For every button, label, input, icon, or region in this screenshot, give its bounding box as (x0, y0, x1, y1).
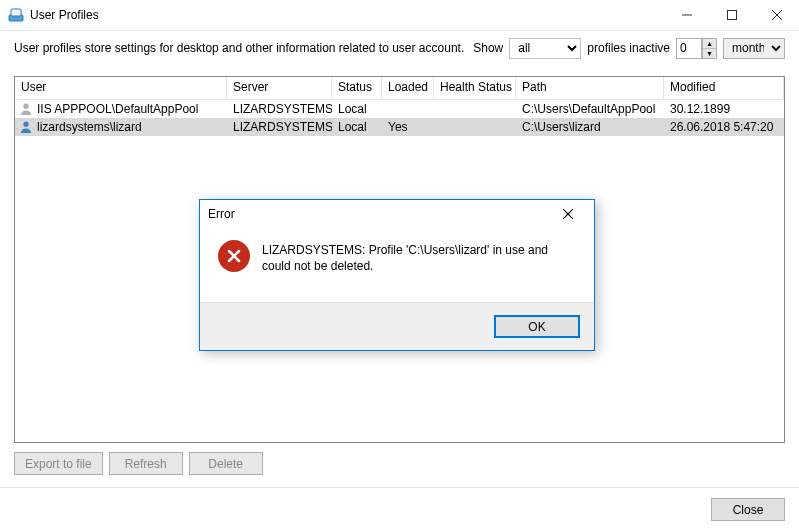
cell-user: lizardsystems\lizard (15, 120, 227, 134)
titlebar: User Profiles (0, 0, 799, 31)
inactive-input[interactable] (676, 38, 702, 59)
cell-server: LIZARDSYSTEMS (227, 102, 332, 116)
dialog-message: LIZARDSYSTEMS: Profile 'C:\Users\lizard'… (262, 240, 576, 294)
dialog-footer: OK (200, 302, 594, 350)
table-row[interactable]: lizardsystems\lizardLIZARDSYSTEMSLocalYe… (15, 118, 784, 136)
refresh-button[interactable]: Refresh (109, 452, 183, 475)
delete-button[interactable]: Delete (189, 452, 263, 475)
dialog-close-button[interactable] (550, 202, 586, 226)
close-button[interactable]: Close (711, 498, 785, 521)
spinner-buttons[interactable]: ▲ ▼ (702, 38, 717, 59)
svg-rect-1 (11, 9, 21, 16)
cell-user-text: lizardsystems\lizard (37, 120, 142, 134)
table-header: User Server Status Loaded Health Status … (15, 77, 784, 100)
window-controls (664, 1, 799, 30)
user-icon-blue (19, 120, 33, 134)
description-text: User profiles store settings for desktop… (14, 41, 464, 55)
cell-status: Local (332, 102, 382, 116)
cell-user-text: IIS APPPOOL\DefaultAppPool (37, 102, 198, 116)
dialog-ok-button[interactable]: OK (494, 315, 580, 338)
dialog-titlebar: Error (200, 200, 594, 228)
column-health[interactable]: Health Status (434, 77, 516, 100)
footer-divider (0, 487, 799, 488)
cell-server: LIZARDSYSTEMS (227, 120, 332, 134)
inactive-spinner[interactable]: ▲ ▼ (676, 38, 717, 59)
maximize-button[interactable] (709, 1, 754, 30)
svg-rect-3 (727, 11, 736, 20)
show-label: Show (473, 41, 503, 55)
svg-point-6 (23, 104, 28, 109)
error-icon (218, 240, 250, 272)
dialog-title: Error (208, 207, 235, 221)
window-title: User Profiles (30, 8, 99, 22)
action-button-row: Export to file Refresh Delete (14, 452, 263, 475)
filter-bar: User profiles store settings for desktop… (0, 31, 799, 65)
cell-path: C:\Users\DefaultAppPool (516, 102, 664, 116)
close-window-button[interactable] (754, 1, 799, 30)
user-icon-grey (19, 102, 33, 116)
spinner-down-icon[interactable]: ▼ (703, 48, 716, 58)
cell-modified: 30.12.1899 (664, 102, 784, 116)
column-user[interactable]: User (15, 77, 227, 100)
cell-status: Local (332, 120, 382, 134)
error-dialog: Error LIZARDSYSTEMS: Profile 'C:\Users\l… (199, 199, 595, 351)
inactive-label: profiles inactive (587, 41, 670, 55)
svg-point-7 (23, 122, 28, 127)
show-select[interactable]: all (509, 38, 581, 59)
column-path[interactable]: Path (516, 77, 664, 100)
column-status[interactable]: Status (332, 77, 382, 100)
minimize-button[interactable] (664, 1, 709, 30)
cell-loaded: Yes (382, 120, 434, 134)
close-icon (563, 209, 573, 219)
close-button-row: Close (711, 498, 785, 521)
column-modified[interactable]: Modified (664, 77, 784, 100)
spinner-up-icon[interactable]: ▲ (703, 39, 716, 48)
column-server[interactable]: Server (227, 77, 332, 100)
table-row[interactable]: IIS APPPOOL\DefaultAppPoolLIZARDSYSTEMSL… (15, 100, 784, 118)
table-rows: IIS APPPOOL\DefaultAppPoolLIZARDSYSTEMSL… (15, 100, 784, 136)
export-button[interactable]: Export to file (14, 452, 103, 475)
cell-path: C:\Users\lizard (516, 120, 664, 134)
app-icon (8, 7, 24, 23)
column-loaded[interactable]: Loaded (382, 77, 434, 100)
unit-select[interactable]: months (723, 38, 785, 59)
cell-user: IIS APPPOOL\DefaultAppPool (15, 102, 227, 116)
dialog-body: LIZARDSYSTEMS: Profile 'C:\Users\lizard'… (200, 228, 594, 302)
cell-modified: 26.06.2018 5:47:20 (664, 120, 784, 134)
